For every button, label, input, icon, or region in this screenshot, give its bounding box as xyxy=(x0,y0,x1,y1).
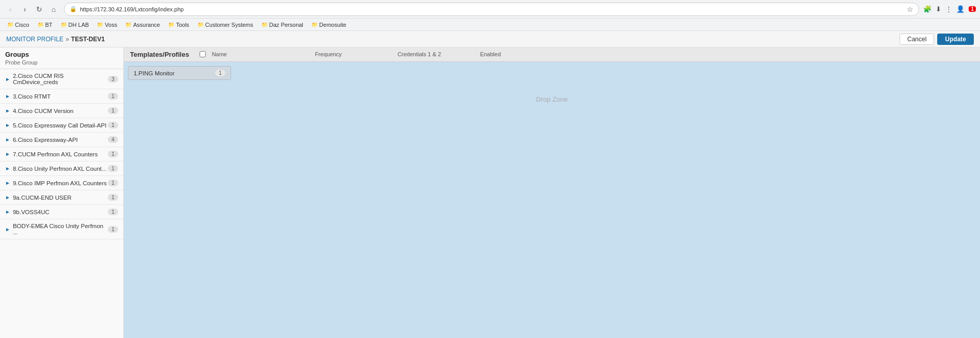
monitor-profile-link[interactable]: MONITOR PROFILE xyxy=(6,36,63,43)
sidebar-item-2[interactable]: ► 4.Cisco CUCM Version 1 xyxy=(0,104,123,118)
sidebar-badge-7: 1 xyxy=(108,180,118,186)
sidebar-item-left-2: ► 4.Cisco CUCM Version xyxy=(5,108,74,114)
sidebar-item-9[interactable]: ► 9b.VOSS4UC 1 xyxy=(0,205,123,219)
chevron-right-icon-7: ► xyxy=(5,180,10,186)
folder-icon: 📁 xyxy=(168,22,174,27)
col-header-frequency: Frequency xyxy=(315,51,398,58)
sidebar-item-label-5: 7.CUCM Perfmon AXL Counters xyxy=(13,151,97,157)
template-item-0[interactable]: 1.PING Monitor 1 xyxy=(128,66,231,80)
extensions-icon[interactable]: 🧩 xyxy=(923,5,932,13)
chevron-right-icon-0: ► xyxy=(5,76,10,82)
menu-icon[interactable]: ⋮ xyxy=(945,5,952,13)
bookmark-label: DH LAB xyxy=(69,22,89,28)
sidebar-item-label-3: 5.Cisco Expressway Call Detail-API xyxy=(13,122,107,128)
sidebar-item-7[interactable]: ► 9.Cisco IMP Perfmon AXL Counters 1 xyxy=(0,176,123,190)
chevron-right-icon-1: ► xyxy=(5,93,10,99)
sidebar-item-label-2: 4.Cisco CUCM Version xyxy=(13,108,74,114)
download-icon[interactable]: ⬇ xyxy=(936,5,941,13)
sidebar-item-left-3: ► 5.Cisco Expressway Call Detail-API xyxy=(5,122,106,128)
folder-icon: 📁 xyxy=(38,22,44,27)
folder-icon: 📁 xyxy=(7,22,13,27)
bookmark-label: Cisco xyxy=(15,22,29,28)
update-button[interactable]: Update xyxy=(937,34,974,45)
folder-icon: 📁 xyxy=(125,22,132,27)
sidebar-item-label-10: BODY-EMEA Cisco Unity Perfmon ... xyxy=(13,223,108,235)
bookmark-label: Customer Systems xyxy=(205,22,253,28)
bookmark-cisco[interactable]: 📁 Cisco xyxy=(4,21,32,29)
browser-chrome: ‹ › ↻ ⌂ 🔒 https://172.30.42.169/Lxtconfi… xyxy=(0,0,980,19)
chevron-right-icon-3: ► xyxy=(5,122,10,128)
sidebar-item-5[interactable]: ► 7.CUCM Perfmon AXL Counters 1 xyxy=(0,147,123,162)
sidebar-item-8[interactable]: ► 9a.CUCM-END USER 1 xyxy=(0,190,123,205)
cancel-button[interactable]: Cancel xyxy=(900,34,934,45)
template-label-0: 1.PING Monitor xyxy=(134,70,174,76)
bookmark-label: Voss xyxy=(105,22,117,28)
bookmark-bt[interactable]: 📁 BT xyxy=(35,21,56,29)
bookmark-assurance[interactable]: 📁 Assurance xyxy=(122,21,163,29)
sidebar-item-left-9: ► 9b.VOSS4UC xyxy=(5,209,50,215)
sidebar-item-4[interactable]: ► 6.Cisco Expressway-API 4 xyxy=(0,133,123,147)
column-headers: Name Frequency Credentials 1 & 2 Enabled xyxy=(200,51,542,58)
drop-zone: Drop Zone xyxy=(128,85,976,114)
sidebar-badge-4: 4 xyxy=(108,136,118,143)
bookmark-customer-systems[interactable]: 📁 Customer Systems xyxy=(194,21,256,29)
sidebar-item-6[interactable]: ► 8.Cisco Unity Perfmon AXL Count... 1 xyxy=(0,162,123,176)
header-buttons: Cancel Update xyxy=(900,34,974,45)
sidebar-item-label-8: 9a.CUCM-END USER xyxy=(13,195,72,201)
folder-icon: 📁 xyxy=(61,22,67,27)
reload-button[interactable]: ↻ xyxy=(33,3,45,15)
sidebar-item-label-9: 9b.VOSS4UC xyxy=(13,209,50,215)
bookmarks-bar: 📁 Cisco 📁 BT 📁 DH LAB 📁 Voss 📁 Assurance… xyxy=(0,19,980,31)
select-all-checkbox[interactable] xyxy=(200,51,206,57)
nav-buttons: ‹ › ↻ ⌂ xyxy=(4,3,60,15)
template-badge-0: 1 xyxy=(215,70,225,76)
sidebar-badge-9: 1 xyxy=(108,208,118,215)
chevron-right-icon-10: ► xyxy=(5,227,10,232)
sidebar-item-10[interactable]: ► BODY-EMEA Cisco Unity Perfmon ... 1 xyxy=(0,219,123,239)
profile-icon[interactable]: 👤 xyxy=(956,5,965,13)
breadcrumb: MONITOR PROFILE » TEST-DEV1 xyxy=(6,36,105,43)
folder-icon: 📁 xyxy=(97,22,103,27)
sidebar-badge-3: 1 xyxy=(108,122,118,128)
bookmark-daz-personal[interactable]: 📁 Daz Personal xyxy=(258,21,306,29)
url-display: https://172.30.42.169/Lxtconfig/index.ph… xyxy=(80,6,904,12)
sidebar-item-3[interactable]: ► 5.Cisco Expressway Call Detail-API 1 xyxy=(0,118,123,133)
chevron-right-icon-6: ► xyxy=(5,166,10,171)
back-button[interactable]: ‹ xyxy=(4,3,17,15)
forward-button[interactable]: › xyxy=(19,3,31,15)
sidebar-badge-10: 1 xyxy=(108,226,118,233)
bookmark-label: BT xyxy=(45,22,53,28)
bookmark-label: Demosuite xyxy=(319,22,347,28)
sidebar-item-0[interactable]: ► 2.Cisco CUCM RIS CmDevice_creds 3 xyxy=(0,69,123,89)
col-header-credentials: Credentials 1 & 2 xyxy=(398,51,480,58)
sidebar: Groups Probe Group ► 2.Cisco CUCM RIS Cm… xyxy=(0,47,124,338)
sidebar-item-1[interactable]: ► 3.Cisco RTMT 1 xyxy=(0,89,123,104)
col-header-checkbox xyxy=(200,51,212,58)
sidebar-item-left-0: ► 2.Cisco CUCM RIS CmDevice_creds xyxy=(5,73,108,85)
sidebar-badge-2: 1 xyxy=(108,107,118,114)
sidebar-item-left-7: ► 9.Cisco IMP Perfmon AXL Counters xyxy=(5,180,107,186)
bookmark-dhlab[interactable]: 📁 DH LAB xyxy=(58,21,92,29)
address-bar[interactable]: 🔒 https://172.30.42.169/Lxtconfig/index.… xyxy=(64,3,919,16)
bookmark-demosuite[interactable]: 📁 Demosuite xyxy=(308,21,350,29)
sidebar-badge-1: 1 xyxy=(108,93,118,100)
bookmark-voss[interactable]: 📁 Voss xyxy=(94,21,120,29)
sidebar-item-label-7: 9.Cisco IMP Perfmon AXL Counters xyxy=(13,180,107,186)
bookmark-label: Daz Personal xyxy=(269,22,303,28)
col-header-enabled: Enabled xyxy=(480,51,542,58)
bookmark-tools[interactable]: 📁 Tools xyxy=(165,21,192,29)
notification-badge: 1 xyxy=(969,6,976,12)
sidebar-item-label-6: 8.Cisco Unity Perfmon AXL Count... xyxy=(13,166,107,172)
sidebar-badge-5: 1 xyxy=(108,151,118,157)
content-area: Templates/Profiles Name Frequency Creden… xyxy=(124,47,980,338)
browser-icons: 🧩 ⬇ ⋮ 👤 1 xyxy=(923,5,976,13)
sidebar-title: Groups xyxy=(0,47,123,59)
star-icon[interactable]: ☆ xyxy=(907,5,913,13)
sidebar-item-label-0: 2.Cisco CUCM RIS CmDevice_creds xyxy=(13,73,108,85)
sidebar-subtitle: Probe Group xyxy=(0,59,123,69)
chevron-right-icon-9: ► xyxy=(5,209,10,215)
breadcrumb-separator: » xyxy=(66,36,69,43)
home-button[interactable]: ⌂ xyxy=(47,3,60,15)
col-header-name: Name xyxy=(212,51,315,58)
sidebar-item-left-4: ► 6.Cisco Expressway-API xyxy=(5,137,78,143)
